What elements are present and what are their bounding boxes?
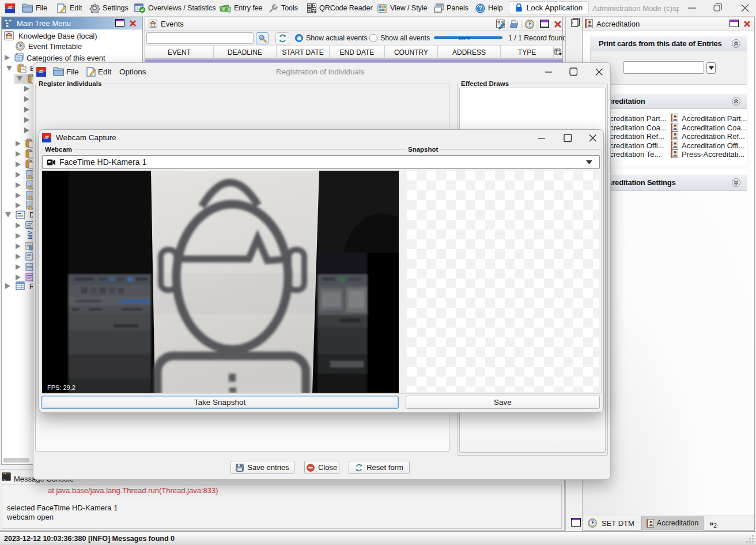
svg-text:FPS: 29,2: FPS: 29,2 bbox=[47, 384, 75, 391]
svg-text:?: ? bbox=[478, 5, 482, 12]
